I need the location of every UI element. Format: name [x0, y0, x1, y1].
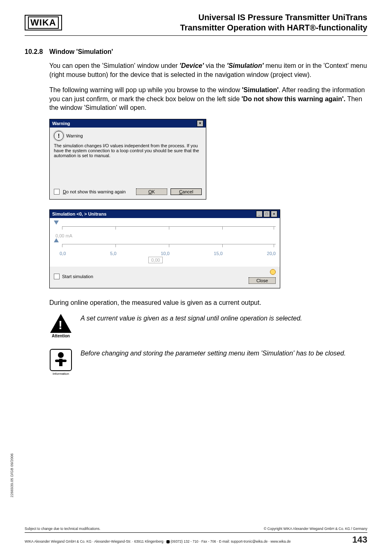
warning-header-row: ! Warning [54, 131, 202, 141]
scale-0: 0,0 [60, 251, 66, 256]
checkbox-start-simulation[interactable] [54, 274, 60, 279]
upper-ruler[interactable] [62, 226, 276, 232]
side-document-code: 2266939.05 D/GB 09/2006 [10, 453, 14, 497]
wika-logo: WIKA [25, 15, 62, 30]
window-controls: _ □ × [256, 211, 277, 217]
attention-row: Attention A set current value is given a… [49, 314, 367, 338]
cancel-button[interactable]: Cancel [171, 188, 202, 195]
sim-titlebar[interactable]: Simulation <0, > Unitrans _ □ × [50, 210, 280, 218]
section-title: Window 'Simulation' [49, 48, 113, 56]
sim-footer: Start simulation Close [50, 267, 280, 288]
current-value: 0,00 mA [55, 233, 276, 238]
section-number: 10.2.8 [25, 48, 49, 56]
warning-triangle-icon [50, 314, 71, 333]
paragraph-2: The following warning will pop up while … [49, 86, 367, 112]
paragraph-3: During online operation, the measured va… [49, 298, 367, 307]
footer-right: © Copyright WIKA Alexander Wiegand GmbH … [264, 527, 367, 531]
scale-labels: 0,0 5,0 10,0 15,0 20,0 [60, 251, 276, 256]
marker-down-icon[interactable] [54, 221, 59, 225]
dialog-titlebar[interactable]: Warning × [50, 119, 206, 128]
phone-icon [166, 540, 170, 543]
page-footer: Subject to change due to technical modif… [25, 527, 367, 545]
p1-b2: 'Simulation' [227, 62, 263, 69]
checkbox-label[interactable]: Do not show this warning again [63, 189, 133, 194]
attention-note: A set current value is given as a test s… [81, 314, 302, 338]
warning-body-text: The simulation changes I/O values indepe… [54, 143, 202, 158]
scale-1: 5,0 [110, 251, 116, 256]
value-input[interactable]: 0,00 [148, 257, 163, 263]
dialog-footer: Do not show this warning again OK Cancel [50, 186, 206, 199]
sim-body: 0,00 mA 0,0 5,0 10,0 15,0 20,0 0,00 [50, 218, 280, 267]
info-person-icon [50, 349, 72, 371]
information-row: Information Before changing and storing … [49, 349, 367, 376]
scale-3: 15,0 [214, 251, 222, 256]
attention-label: Attention [49, 334, 72, 338]
ok-button[interactable]: OK [136, 188, 167, 195]
attention-icon: Attention [49, 314, 72, 338]
header-line-1: Universal IS Pressure Transmitter UniTra… [74, 12, 367, 23]
simulation-window: Simulation <0, > Unitrans _ □ × 0,00 mA [49, 209, 280, 288]
footer-top: Subject to change due to technical modif… [25, 527, 367, 531]
close-icon[interactable]: × [271, 211, 277, 217]
scale-4: 20,0 [267, 251, 276, 256]
p1-mid: via the [204, 62, 227, 69]
header-title: Universal IS Pressure Transmitter UniTra… [62, 12, 367, 33]
information-icon: Information [49, 349, 72, 376]
marker-up-icon[interactable] [54, 238, 59, 242]
dialog-body: ! Warning The simulation changes I/O val… [50, 128, 206, 186]
header-rule [25, 35, 367, 36]
close-icon[interactable]: × [197, 120, 203, 127]
close-button[interactable]: Close [249, 277, 276, 284]
warning-heading: Warning [66, 133, 83, 138]
information-label: Information [49, 372, 72, 376]
start-simulation-label[interactable]: Start simulation [62, 274, 93, 279]
exclamation-icon: ! [54, 131, 64, 141]
lower-ruler[interactable] [62, 244, 276, 250]
information-note: Before changing and storing the paramete… [81, 349, 346, 376]
logo-text: WIKA [28, 16, 59, 29]
footer-address: WIKA Alexander Wiegand GmbH & Co. KG · A… [25, 539, 291, 543]
p2-b1: 'Simulation' [242, 86, 279, 93]
dialog-title-text: Warning [52, 121, 70, 126]
p2-b2: 'Do not show this warning again'. [242, 95, 346, 102]
p2-pre: The following warning will pop up while … [49, 86, 242, 93]
scale-2: 10,0 [161, 251, 169, 256]
maximize-icon[interactable]: □ [263, 211, 270, 217]
paragraph-1: You can open the 'Simulation' window und… [49, 61, 367, 79]
status-lamp-icon [270, 269, 276, 275]
header-line-2: Transmitter Operation with HART®-functio… [74, 23, 367, 33]
page-header: WIKA Universal IS Pressure Transmitter U… [25, 12, 367, 33]
footer-left: Subject to change due to technical modif… [25, 527, 100, 531]
sim-title-text: Simulation <0, > Unitrans [52, 211, 106, 216]
section-heading: 10.2.8 Window 'Simulation' [25, 48, 367, 56]
footer-bottom: WIKA Alexander Wiegand GmbH & Co. KG · A… [25, 534, 367, 545]
page-number: 143 [352, 534, 367, 545]
warning-dialog: Warning × ! Warning The simulation chang… [49, 119, 206, 200]
footer-rule [25, 532, 367, 533]
p1-b1: 'Device' [180, 62, 204, 69]
page: WIKA Universal IS Pressure Transmitter U… [0, 0, 392, 555]
p1-pre: You can open the 'Simulation' window und… [49, 62, 180, 69]
checkbox-dont-show[interactable] [54, 189, 60, 195]
minimize-icon[interactable]: _ [256, 211, 263, 217]
